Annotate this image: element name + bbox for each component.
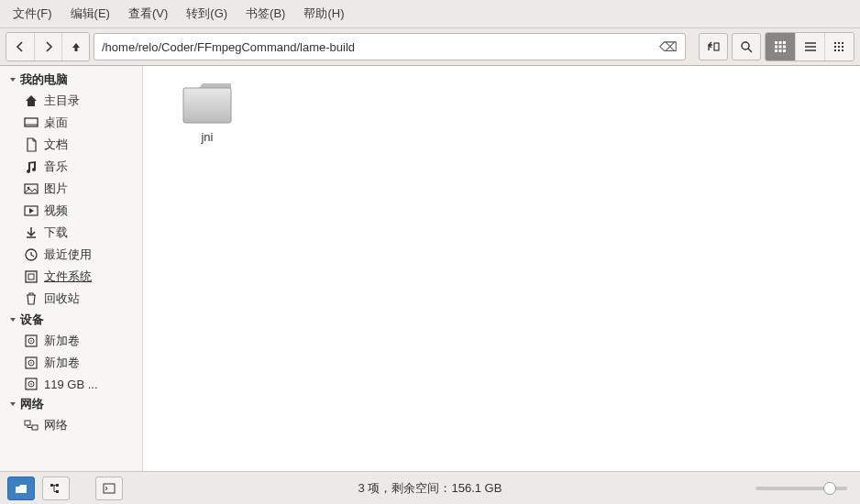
sidebar-item[interactable]: 最近使用 — [0, 244, 142, 266]
up-button[interactable] — [61, 33, 89, 60]
svg-point-37 — [30, 362, 32, 364]
svg-point-40 — [30, 383, 32, 385]
svg-rect-22 — [838, 49, 840, 51]
disk-icon — [24, 356, 39, 370]
menu-item[interactable]: 编辑(E) — [61, 3, 119, 25]
sidebar-item[interactable]: 文件系统 — [0, 266, 142, 288]
svg-point-34 — [30, 340, 32, 342]
sidebar-item-label: 最近使用 — [44, 247, 92, 263]
video-icon — [24, 203, 39, 218]
sidebar-section-header[interactable]: 网络 — [0, 394, 142, 414]
sidebar-item[interactable]: 新加卷 — [0, 330, 142, 352]
sidebar-item[interactable]: 文档 — [0, 134, 142, 156]
sidebar-item-label: 视频 — [44, 203, 68, 219]
sidebar-item[interactable]: 回收站 — [0, 288, 142, 310]
svg-rect-16 — [838, 42, 840, 44]
svg-rect-46 — [56, 484, 59, 487]
doc-icon — [24, 137, 39, 152]
pic-icon — [24, 181, 39, 196]
menu-item[interactable]: 文件(F) — [4, 3, 61, 25]
sidebar-item-label: 文件系统 — [44, 268, 92, 285]
zoom-slider[interactable] — [755, 487, 847, 490]
sidebar-item-label: 图片 — [44, 181, 68, 197]
svg-rect-0 — [714, 43, 719, 50]
svg-rect-15 — [834, 42, 836, 44]
download-icon — [24, 225, 39, 240]
svg-rect-30 — [26, 271, 37, 282]
trash-icon — [24, 291, 39, 306]
sidebar-section-header[interactable]: 我的电脑 — [0, 70, 142, 90]
svg-rect-18 — [834, 46, 836, 48]
file-label: jni — [201, 130, 213, 144]
zoom-knob[interactable] — [823, 482, 836, 495]
svg-rect-24 — [25, 118, 38, 126]
sidebar-item[interactable]: 音乐 — [0, 156, 142, 178]
sidebar-item-label: 回收站 — [44, 290, 80, 307]
svg-rect-20 — [842, 46, 843, 48]
places-pane-button[interactable] — [7, 477, 35, 500]
icon-view-button[interactable] — [766, 33, 795, 60]
toggle-path-button[interactable] — [699, 33, 728, 60]
tree-pane-button[interactable] — [42, 477, 70, 500]
sidebar-item[interactable]: 新加卷 — [0, 352, 142, 374]
sidebar-item-label: 119 GB ... — [44, 378, 98, 391]
svg-rect-43 — [183, 88, 231, 123]
terminal-button[interactable] — [95, 477, 123, 500]
sidebar-section-header[interactable]: 设备 — [0, 310, 142, 330]
sidebar-item[interactable]: 网络 — [0, 414, 142, 436]
sidebar-item-label: 网络 — [44, 417, 68, 433]
svg-rect-5 — [783, 41, 786, 44]
svg-rect-31 — [28, 274, 34, 279]
sidebar-item[interactable]: 主目录 — [0, 90, 142, 112]
sidebar-item-label: 主目录 — [44, 93, 80, 109]
sidebar-item[interactable]: 119 GB ... — [0, 374, 142, 394]
desktop-icon — [24, 115, 39, 130]
menu-item[interactable]: 书签(B) — [237, 3, 294, 25]
main-area: 我的电脑主目录桌面文档音乐图片视频下载最近使用文件系统回收站设备新加卷新加卷11… — [0, 66, 860, 471]
search-button[interactable] — [732, 33, 761, 60]
svg-rect-8 — [783, 46, 786, 49]
file-item[interactable]: jni — [171, 81, 244, 144]
list-view-button[interactable] — [795, 33, 824, 60]
fs-icon — [24, 269, 39, 284]
svg-point-1 — [742, 42, 749, 49]
svg-rect-41 — [25, 421, 30, 425]
menubar: 文件(F)编辑(E)查看(V)转到(G)书签(B)帮助(H) — [0, 0, 860, 28]
menu-item[interactable]: 帮助(H) — [294, 3, 353, 25]
svg-rect-3 — [775, 41, 777, 44]
clear-path-icon[interactable]: ⌫ — [659, 39, 678, 54]
sidebar-item[interactable]: 下载 — [0, 222, 142, 244]
nav-buttons — [6, 32, 90, 61]
svg-rect-4 — [779, 41, 782, 44]
view-mode-buttons — [765, 32, 854, 61]
sidebar-item[interactable]: 桌面 — [0, 112, 142, 134]
svg-rect-10 — [779, 49, 782, 52]
home-icon — [24, 93, 39, 108]
menu-item[interactable]: 查看(V) — [119, 3, 177, 25]
svg-rect-9 — [775, 49, 777, 52]
path-input[interactable] — [102, 40, 659, 54]
svg-rect-11 — [783, 49, 786, 52]
sidebar-item[interactable]: 图片 — [0, 178, 142, 200]
recent-icon — [24, 247, 39, 262]
menu-item[interactable]: 转到(G) — [177, 3, 237, 25]
svg-rect-42 — [32, 425, 38, 430]
file-content-area[interactable]: jni — [143, 66, 860, 471]
back-button[interactable] — [6, 33, 34, 60]
music-icon — [24, 159, 39, 174]
sidebar-item-label: 文档 — [44, 137, 68, 153]
compact-view-button[interactable] — [824, 33, 854, 60]
sidebar-item-label: 新加卷 — [44, 355, 80, 371]
svg-rect-45 — [50, 484, 53, 487]
sidebar-item-label: 音乐 — [44, 159, 68, 175]
toolbar: ⌫ — [0, 28, 860, 66]
sidebar-item-label: 桌面 — [44, 115, 68, 131]
folder-icon — [181, 81, 234, 125]
svg-rect-23 — [842, 49, 843, 51]
sidebar-item-label: 下载 — [44, 225, 68, 241]
sidebar-item[interactable]: 视频 — [0, 200, 142, 222]
path-bar[interactable]: ⌫ — [94, 33, 686, 60]
forward-button[interactable] — [34, 33, 61, 60]
status-text: 3 项，剩余空间：156.1 GB — [358, 480, 502, 497]
sidebar: 我的电脑主目录桌面文档音乐图片视频下载最近使用文件系统回收站设备新加卷新加卷11… — [0, 66, 143, 471]
